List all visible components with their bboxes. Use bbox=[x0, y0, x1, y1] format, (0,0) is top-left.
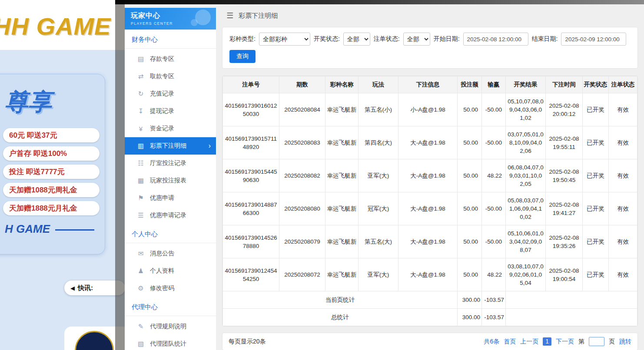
prev-page-link[interactable]: 上一页 bbox=[520, 338, 538, 346]
order-no-cell: 401569173901452678880 bbox=[223, 225, 279, 258]
draw-status-select[interactable]: 全部 bbox=[343, 33, 370, 46]
sidebar-item-hall-bet-records[interactable]: ☷ 厅室投注记录 bbox=[125, 155, 216, 172]
section-title-personal: 个人中心 bbox=[125, 224, 216, 243]
col-header-order-status: 注单状态 bbox=[609, 76, 637, 93]
sidebar-item-label: 优惠申请记录 bbox=[150, 211, 186, 219]
table-row: 401569173901488766300 20250208080 幸运飞艇新 … bbox=[223, 192, 637, 225]
draw-status-cell: 已开奖 bbox=[583, 225, 609, 258]
sidebar-item-label: 个人资料 bbox=[150, 267, 174, 275]
bet-time-cell: 2025-02-08 19:35:26 bbox=[546, 225, 583, 258]
sidebar-item-withdraw[interactable]: ⇄ 取款专区 bbox=[125, 68, 216, 85]
sidebar-item-profile[interactable]: ♟ 个人资料 bbox=[125, 262, 216, 280]
page-summary-row: 当前页统计 300.00 -103.57 bbox=[223, 291, 637, 309]
table-header-row: 注单号 期数 彩种名称 玩法 下注信息 投注额 输赢 开奖结果 下注时间 开奖状… bbox=[223, 76, 637, 93]
draw-status-cell: 已开奖 bbox=[583, 93, 609, 126]
chevron-right-icon: › bbox=[209, 142, 211, 150]
sidebar-subtitle: PLAYERS CENTER bbox=[131, 21, 210, 26]
table-row: 401569173901452678880 20250208079 幸运飞艇新 … bbox=[223, 225, 637, 258]
sidebar-item-player-bet-report[interactable]: ▦ 玩家投注报表 bbox=[125, 172, 216, 189]
deposit-icon: ▤ bbox=[137, 55, 145, 63]
filter-bar: 彩种类型: 全部彩种 开奖状态: 全部 注单状态: 全部 开始日期: 结束日期:… bbox=[222, 27, 638, 69]
lottery-type-select[interactable]: 全部彩种 bbox=[259, 33, 310, 46]
sidebar-item-promo-apply[interactable]: ⚑ 优惠申请 bbox=[125, 189, 216, 207]
draw-result-cell: 05,10,06,01,03,04,02,09,08,07 bbox=[506, 225, 546, 258]
order-status-cell: 有效 bbox=[609, 225, 637, 258]
page-suffix-label: 页 bbox=[609, 338, 615, 346]
site-logo: HH GAME bbox=[0, 12, 111, 40]
table-row: 401569173901245454250 20250208072 幸运飞艇新 … bbox=[223, 258, 637, 291]
grand-summary-row: 总统计 300.00 -103.57 bbox=[223, 309, 637, 326]
order-no-cell: 401569173901601250030 bbox=[223, 93, 279, 126]
page-title: 彩票下注明细 bbox=[239, 12, 278, 20]
sidebar-item-withdrawal-records[interactable]: ↧ 提现记录 bbox=[125, 102, 216, 120]
lottery-name-cell: 幸运飞艇新 bbox=[325, 192, 359, 225]
first-page-link[interactable]: 首页 bbox=[504, 338, 516, 346]
play-cell: 第四名(大) bbox=[359, 126, 398, 159]
speaker-icon: ◀ bbox=[70, 285, 75, 291]
page-summary-label: 当前页统计 bbox=[223, 291, 458, 309]
jump-link[interactable]: 跳转 bbox=[619, 338, 631, 346]
period-cell: 20250208080 bbox=[279, 192, 325, 225]
current-page[interactable]: 1 bbox=[543, 337, 551, 346]
recharge-record-icon: ↻ bbox=[137, 90, 145, 98]
menu-toggle-icon[interactable]: ☰ bbox=[226, 11, 233, 20]
page-jump-input[interactable] bbox=[589, 337, 604, 346]
sidebar-item-lottery-bet-details[interactable]: ▥ 彩票下注明细 › bbox=[125, 137, 216, 155]
funds-record-icon: ¥ bbox=[137, 125, 145, 132]
search-button[interactable]: 查询 bbox=[229, 50, 256, 63]
next-page-link[interactable]: 下一页 bbox=[556, 338, 574, 346]
lottery-name-cell: 幸运飞艇新 bbox=[325, 225, 359, 258]
promo-banner: 尊享 60元 即送37元 户首存 即送100% 投注 即送7777元 天加赠10… bbox=[0, 74, 105, 254]
draw-result-cell: 03,08,10,07,09,02,06,01,05,04 bbox=[506, 258, 546, 291]
user-icon: ♟ bbox=[137, 267, 145, 275]
winloss-cell: 48.22 bbox=[482, 258, 506, 291]
end-date-input[interactable] bbox=[561, 33, 626, 46]
col-header-draw-status: 开奖状态 bbox=[583, 76, 609, 93]
table-row: 401569173901544590630 20250208082 幸运飞艇新 … bbox=[223, 159, 637, 192]
start-date-input[interactable] bbox=[463, 33, 528, 46]
bet-amount-cell: 50.00 bbox=[458, 258, 482, 291]
sidebar-item-deposit[interactable]: ▤ 存款专区 bbox=[125, 50, 216, 68]
topbar: ☰ 彩票下注明细 bbox=[222, 4, 638, 27]
bet-amount-cell: 50.00 bbox=[458, 126, 482, 159]
sidebar-item-agent-rules[interactable]: ✎ 代理规则说明 bbox=[125, 318, 216, 335]
order-no-cell: 401569173901245454250 bbox=[223, 258, 279, 291]
sidebar-item-announcements[interactable]: ✉ 消息公告 bbox=[125, 245, 216, 262]
draw-result-cell: 05,08,03,07,01,06,09,04,10,02 bbox=[506, 192, 546, 225]
order-status-select[interactable]: 全部 bbox=[403, 33, 430, 46]
bet-details-icon: ▥ bbox=[137, 142, 145, 150]
order-status-cell: 有效 bbox=[609, 159, 637, 192]
sidebar-item-label: 代理规则说明 bbox=[150, 323, 186, 330]
sidebar-item-promo-apply-records[interactable]: ☰ 优惠申请记录 bbox=[125, 207, 216, 224]
bet-info-cell: 大-A盘@1.98 bbox=[398, 126, 458, 159]
bet-info-cell: 小-A盘@1.98 bbox=[398, 93, 458, 126]
draw-status-label: 开奖状态: bbox=[314, 35, 340, 43]
period-cell: 20250208072 bbox=[279, 258, 325, 291]
sidebar-item-label: 提现记录 bbox=[150, 107, 174, 115]
sidebar-item-label: 代理团队统计 bbox=[150, 340, 186, 348]
filter-row: 彩种类型: 全部彩种 开奖状态: 全部 注单状态: 全部 开始日期: 结束日期: bbox=[229, 33, 631, 46]
lottery-name-cell: 幸运飞艇新 bbox=[325, 93, 359, 126]
player-center-panel: 玩家中心 PLAYERS CENTER 财务中心 ▤ 存款专区 ⇄ 取款专区 ↻… bbox=[125, 4, 644, 350]
sidebar-item-recharge-records[interactable]: ↻ 充值记录 bbox=[125, 85, 216, 102]
sidebar-item-funds-records[interactable]: ¥ 资金记录 bbox=[125, 120, 216, 137]
ticker-label: 快讯: bbox=[78, 284, 93, 291]
top-dark-strip bbox=[115, 0, 644, 4]
pager: 共6条 首页 上一页 1 下一页 第 页 跳转 bbox=[484, 337, 631, 346]
sidebar-item-agent-team-stats[interactable]: ▧ 代理团队统计 bbox=[125, 335, 216, 350]
winloss-cell: -50.00 bbox=[482, 192, 506, 225]
play-cell: 第五名(小) bbox=[359, 93, 398, 126]
col-header-winloss: 输赢 bbox=[482, 76, 506, 93]
section-title-agent: 代理中心 bbox=[125, 297, 216, 316]
play-cell: 亚军(大) bbox=[359, 159, 398, 192]
section-title-finance: 财务中心 bbox=[125, 30, 216, 49]
sidebar-item-change-password[interactable]: ⚙ 修改密码 bbox=[125, 280, 216, 297]
start-date-label: 开始日期: bbox=[434, 35, 460, 43]
col-header-period: 期数 bbox=[279, 76, 325, 93]
bet-report-icon: ▦ bbox=[137, 177, 145, 185]
grand-bet-total: 300.00 bbox=[458, 309, 482, 326]
sidebar-item-label: 优惠申请 bbox=[150, 194, 174, 202]
bet-table-card: 注单号 期数 彩种名称 玩法 下注信息 投注额 输赢 开奖结果 下注时间 开奖状… bbox=[222, 76, 638, 327]
bet-time-cell: 2025-02-08 19:00:54 bbox=[546, 258, 583, 291]
order-no-cell: 401569173901571148920 bbox=[223, 126, 279, 159]
